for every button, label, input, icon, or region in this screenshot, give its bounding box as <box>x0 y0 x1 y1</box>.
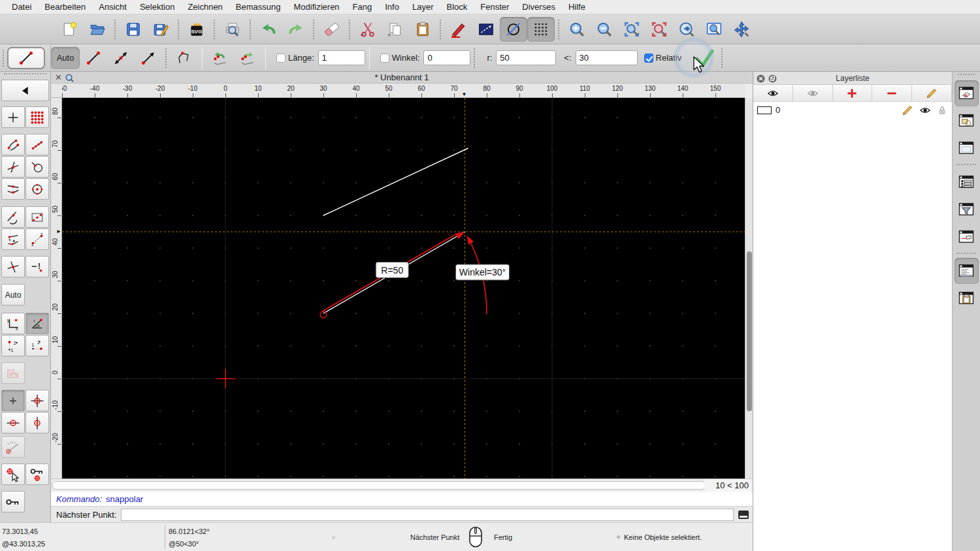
hide-all-layers-button[interactable] <box>793 85 833 101</box>
menu-item-modifizieren[interactable]: Modifizieren <box>287 0 346 14</box>
restrict-vertical-button[interactable] <box>25 412 49 433</box>
block-list-widget-button[interactable] <box>955 108 979 134</box>
show-all-layers-button[interactable] <box>753 85 793 101</box>
menu-item-bemassung[interactable]: Bemassung <box>229 0 287 14</box>
previous-view-button[interactable] <box>673 17 700 42</box>
line-two-points-button[interactable] <box>80 46 107 71</box>
remove-layer-button[interactable] <box>872 85 912 101</box>
command-line-widget-button[interactable] <box>955 224 979 250</box>
panel-float-icon[interactable] <box>768 74 777 82</box>
polyline-button[interactable] <box>171 46 198 71</box>
restrict-nothing-button[interactable] <box>1 390 25 411</box>
menu-item-fang[interactable]: Fang <box>346 0 379 14</box>
undo-button[interactable] <box>255 17 282 42</box>
snap-middle-button[interactable] <box>1 178 25 200</box>
snap-intersection-manual-button[interactable] <box>1 256 25 277</box>
open-file-button[interactable] <box>84 17 111 42</box>
menu-item-block[interactable]: Block <box>440 0 474 14</box>
snap-orthogonal-button[interactable] <box>1 228 25 250</box>
apply-button[interactable] <box>691 46 718 71</box>
redo-button[interactable] <box>282 17 310 42</box>
drawing-preferences-button[interactable] <box>445 17 472 42</box>
command-history-widget-button[interactable] <box>955 258 979 284</box>
menu-item-fenster[interactable]: Fenster <box>474 0 515 14</box>
layer-row[interactable]: 0 <box>753 102 952 118</box>
length-input[interactable] <box>318 50 365 65</box>
snap-grid-button[interactable] <box>25 106 49 128</box>
unlock-relative-zero-button[interactable] <box>1 491 25 512</box>
toolbar-drag-handle[interactable] <box>3 50 5 67</box>
snap-entity-button[interactable] <box>25 156 49 178</box>
back-button[interactable] <box>1 80 49 101</box>
auto-zoom-button[interactable] <box>618 17 645 42</box>
auto-snap-button[interactable]: Auto <box>51 47 80 69</box>
undo-segment-button[interactable] <box>206 46 234 71</box>
snap-intersection-button[interactable] <box>1 156 25 178</box>
selection-filter-widget-button[interactable] <box>955 197 979 223</box>
print-preview-button[interactable] <box>219 17 246 42</box>
layer-visibility-icon[interactable] <box>918 104 932 116</box>
layer-color-swatch[interactable] <box>757 106 772 114</box>
sidebar-drag-handle[interactable] <box>4 73 46 78</box>
angle-checkbox[interactable] <box>380 54 389 63</box>
length-checkbox[interactable] <box>276 54 286 63</box>
coordinate-polar-button[interactable]: ra <box>25 313 49 334</box>
add-layer-button[interactable] <box>833 85 873 101</box>
property-editor-widget-button[interactable] <box>955 169 979 195</box>
menu-item-datei[interactable]: Datei <box>5 0 38 14</box>
snap-auto-button[interactable]: Auto <box>1 284 25 306</box>
window-zoom-button[interactable] <box>700 17 728 42</box>
angle-input[interactable] <box>423 50 470 65</box>
pan-button[interactable] <box>728 17 755 42</box>
menu-item-hilfe[interactable]: Hilfe <box>562 0 592 14</box>
delete-button[interactable] <box>318 17 346 42</box>
screen-linetypes-button[interactable] <box>500 17 527 42</box>
menu-item-bearbeiten[interactable]: Bearbeiten <box>38 0 92 14</box>
snap-tangent-button[interactable] <box>1 206 25 228</box>
save-button[interactable] <box>120 17 147 42</box>
snap-center-button[interactable] <box>25 178 49 200</box>
snap-points-button[interactable] <box>25 134 49 155</box>
snap-free-button[interactable] <box>1 106 25 128</box>
layer-list-widget-button[interactable] <box>955 80 979 106</box>
menu-item-info[interactable]: Info <box>378 0 406 14</box>
horizontal-scrollbar[interactable]: 10 < 100 <box>51 479 753 492</box>
polar-angle-input[interactable] <box>576 50 638 65</box>
redo-segment-button[interactable] <box>234 46 261 71</box>
vertical-scrollbar-thumb[interactable] <box>747 251 752 411</box>
snap-distance-button[interactable]: 12 <box>25 228 49 250</box>
edit-layer-button[interactable] <box>912 85 952 101</box>
lock-relative-zero-button[interactable] <box>25 464 49 485</box>
layer-edit-icon[interactable] <box>901 104 914 117</box>
relative-cartesian-button[interactable]: 12 <box>1 335 25 356</box>
line-infinite-button[interactable] <box>107 46 135 71</box>
paste-button[interactable] <box>409 17 436 42</box>
zoom-in-button[interactable] <box>563 17 591 42</box>
draft-mode-button[interactable] <box>472 17 500 42</box>
menu-item-zeichnen[interactable]: Zeichnen <box>181 0 229 14</box>
new-document-button[interactable] <box>56 17 84 42</box>
restrict-horizontal-button[interactable] <box>1 412 25 433</box>
drawing-canvas[interactable]: R=50 Winkel=30° <box>62 98 745 479</box>
radius-input[interactable] <box>496 50 556 65</box>
horizontal-scrollbar-thumb[interactable] <box>52 481 706 490</box>
zoom-out-button[interactable] <box>591 17 618 42</box>
tab-close-icon[interactable]: ✕ <box>55 72 62 84</box>
library-browser-widget-button[interactable] <box>955 135 979 161</box>
copy-button[interactable]: + <box>382 17 409 42</box>
menu-item-selektion[interactable]: Selektion <box>133 0 181 14</box>
current-tool-line-button[interactable] <box>7 47 45 69</box>
set-relative-zero-button[interactable] <box>1 464 25 485</box>
snap-reference-button[interactable] <box>25 206 49 228</box>
command-expand-button[interactable] <box>737 509 750 520</box>
layer-lock-icon[interactable] <box>936 104 948 116</box>
snap-endpoints-button[interactable] <box>1 134 25 155</box>
grid-toggle-button[interactable] <box>527 17 555 42</box>
zoom-selection-button[interactable] <box>645 17 673 42</box>
snap-exclude-button[interactable]: ! <box>25 256 49 277</box>
clipboard-widget-button[interactable] <box>955 285 979 311</box>
save-as-button[interactable] <box>147 17 174 42</box>
dock-drag-handle[interactable] <box>958 74 975 78</box>
line-ray-button[interactable] <box>135 46 162 71</box>
restrict-orthogonal-button[interactable] <box>25 390 49 411</box>
